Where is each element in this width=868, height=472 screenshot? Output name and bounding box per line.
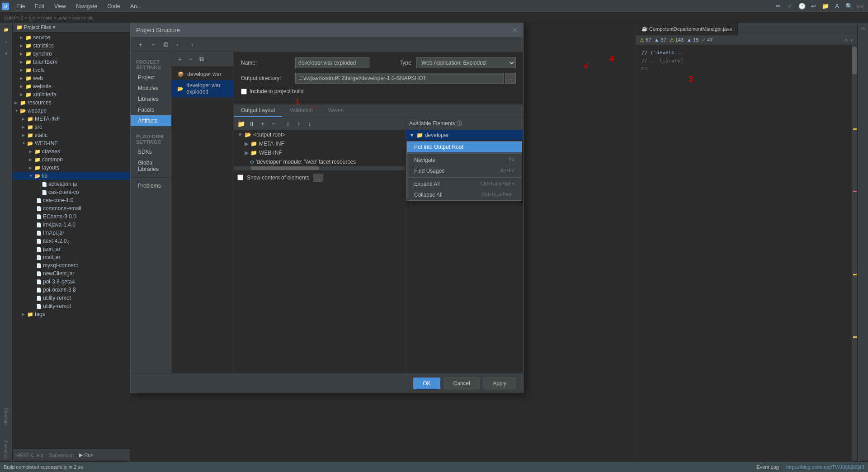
toolbar-edit-icon[interactable]: ✏ <box>774 2 783 11</box>
toolbar-search-icon[interactable]: 🔍 <box>844 2 854 11</box>
ctx-item-expand-all[interactable]: Expand All Ctrl+NumPad + <box>407 179 522 189</box>
tree-item-talentserv[interactable]: ▶ 📁 talentServ <box>13 58 130 66</box>
show-content-options-btn[interactable]: ... <box>313 174 323 182</box>
dialog-forward-button[interactable]: → <box>187 40 196 49</box>
tree-item-synchro[interactable]: ▶ 📁 synchro <box>13 50 130 58</box>
toolbar-undo-icon[interactable]: ↩ <box>809 2 818 11</box>
form-input-name[interactable] <box>295 57 369 68</box>
menu-file[interactable]: File <box>12 3 29 9</box>
ctx-item-find-usages[interactable]: Find Usages Alt+F7 <box>407 165 522 176</box>
sidebar-project-btn[interactable]: 📁 <box>1 24 12 35</box>
sidebar-structure-btn[interactable]: ≡ <box>1 36 12 47</box>
output-toolbar-sort[interactable]: ↕ <box>283 119 292 128</box>
toolbar-check-icon[interactable]: ✓ <box>786 2 795 11</box>
tree-item-utility1[interactable]: 📄 utility-remot <box>13 294 130 302</box>
tree-item-imapi[interactable]: 📄 ImApi.jar <box>13 229 130 237</box>
tree-item-commons-email[interactable]: 📄 commons-email <box>13 204 130 212</box>
nav-item-modules[interactable]: Modules <box>131 83 171 94</box>
tree-item-lib[interactable]: ▼ 📂 lib <box>13 172 130 180</box>
tree-item-newclient[interactable]: 📄 newClient.jar <box>13 269 130 278</box>
menu-view[interactable]: View <box>50 3 71 9</box>
tree-item-itext[interactable]: 📄 itext-4.2.0.j <box>13 237 130 245</box>
dialog-remove-button[interactable]: － <box>149 40 158 49</box>
tree-item-website[interactable]: ▶ 📁 website <box>13 82 130 90</box>
tree-item-xmlinterfa[interactable]: ▶ 📁 xmlinterfa <box>13 90 130 99</box>
output-tree-facet-resources[interactable]: ⚙ 'developer' module: 'Web' facet resour… <box>234 157 405 166</box>
tree-item-cea[interactable]: 📄 cea-core-1.0. <box>13 196 130 204</box>
tree-item-resources[interactable]: ▶ 📁 resources <box>13 99 130 107</box>
dialog-close-button[interactable]: ✕ <box>512 26 518 34</box>
warnings-up-btn[interactable]: ∧ <box>844 37 848 43</box>
tree-item-statistics[interactable]: ▶ 📁 statistics <box>13 42 130 50</box>
output-tree-root[interactable]: ▼ 📂 <output root> <box>234 130 405 139</box>
tab-maven[interactable]: Maven <box>320 104 351 117</box>
available-item-developer[interactable]: ▼ 📁 developer <box>406 130 523 140</box>
tree-item-cas[interactable]: ▶ 📄 cas-client-co <box>13 188 130 196</box>
tree-item-layouts[interactable]: ▶ 📁 layouts <box>13 164 130 172</box>
tree-item-webapp[interactable]: ▼ 📂 webapp <box>13 107 130 115</box>
dialog-add-button[interactable]: ＋ <box>136 40 145 49</box>
show-content-checkbox[interactable] <box>237 175 243 180</box>
output-toolbar-up[interactable]: ↑ <box>294 119 303 128</box>
output-toolbar-down[interactable]: ↓ <box>305 119 314 128</box>
dialog-apply-button[interactable]: Apply <box>483 378 516 389</box>
tree-item-tags[interactable]: ▶ 📁 tags <box>13 310 130 318</box>
tree-item-mail[interactable]: 📄 mail.jar <box>13 253 130 261</box>
output-toolbar-add[interactable]: ＋ <box>258 119 267 128</box>
artifact-item-war-exploded[interactable]: 📂 developer:war exploded <box>172 80 233 97</box>
tree-item-utility2[interactable]: 📄 utility-remot <box>13 302 130 310</box>
nav-item-problems[interactable]: Problems <box>131 180 171 191</box>
output-tree-web-inf[interactable]: ▶ 📁 WEB-INF <box>234 148 405 157</box>
output-toolbar-remove[interactable]: － <box>269 119 278 128</box>
tree-item-service[interactable]: ▶ 📁 service <box>13 33 130 42</box>
tree-item-mysql[interactable]: 📄 mysql-connect <box>13 261 130 269</box>
artifact-remove-btn[interactable]: － <box>186 55 195 64</box>
tree-item-static[interactable]: ▶ 📁 static <box>13 131 130 139</box>
form-select-type[interactable]: Web Application: Exploded <box>416 57 516 68</box>
output-toolbar-pause[interactable]: ⏸ <box>247 119 256 128</box>
form-browse-btn[interactable]: ... <box>505 73 516 84</box>
tree-item-web[interactable]: ▶ 📁 web <box>13 74 130 82</box>
nav-item-sdks[interactable]: SDKs <box>131 146 171 157</box>
tab-run[interactable]: ▶ Run <box>79 452 93 458</box>
tree-item-src[interactable]: ▶ 📁 src <box>13 123 130 131</box>
dialog-copy-button[interactable]: ⧉ <box>161 40 170 49</box>
structure-label[interactable]: Structure <box>4 406 9 428</box>
ctx-item-navigate[interactable]: Navigate F4 <box>407 155 522 165</box>
tab-rest-client[interactable]: REST Client <box>16 453 43 458</box>
toolbar-translate-icon[interactable]: A <box>833 2 842 11</box>
tree-item-poi-ooxml[interactable]: 📄 poi-ooxml-3.8 <box>13 286 130 294</box>
toolbar-folder-icon[interactable]: 📁 <box>821 2 830 11</box>
editor-tab-active[interactable]: ☕ CompetentDepartementManager.java <box>636 23 738 35</box>
dialog-ok-button[interactable]: OK <box>413 378 440 389</box>
tree-item-json[interactable]: 📄 json.jar <box>13 245 130 253</box>
warnings-down-btn[interactable]: ∨ <box>850 37 854 43</box>
output-tree-scrollbar[interactable] <box>234 166 405 170</box>
ctx-item-collapse-all[interactable]: Collapse All Ctrl+NumPad - <box>407 189 522 200</box>
nav-item-project[interactable]: Project <box>131 72 171 83</box>
editor-scrollbar[interactable] <box>852 45 857 461</box>
form-input-output-dir[interactable] <box>295 73 504 84</box>
artifact-copy-btn[interactable]: ⧉ <box>197 55 206 64</box>
tab-validation[interactable]: Validation <box>282 104 320 117</box>
output-tree-meta-inf[interactable]: ▶ 📁 META-INF <box>234 139 405 148</box>
tree-item-activation[interactable]: ▶ 📄 activation.ja <box>13 180 130 188</box>
nav-item-libraries[interactable]: Libraries <box>131 94 171 104</box>
form-checkbox-include[interactable] <box>241 89 247 94</box>
ctx-item-put-into-output-root[interactable]: Put into Output Root <box>407 142 522 152</box>
nav-item-artifacts[interactable]: Artifacts <box>131 115 171 126</box>
toolbar-clock-icon[interactable]: 🕐 <box>797 2 807 11</box>
tree-item-common[interactable]: ▶ 📁 common <box>13 156 130 164</box>
tree-item-classes[interactable]: ▶ 📁 classes <box>13 147 130 156</box>
tree-item-web-inf[interactable]: ▼ 📂 WEB-INF <box>13 139 130 147</box>
menu-analyze[interactable]: An... <box>126 3 146 9</box>
menu-code[interactable]: Code <box>103 3 125 9</box>
rs-structure-icon[interactable]: S <box>859 24 867 33</box>
favorites-label[interactable]: Favorites <box>4 439 9 461</box>
dialog-cancel-button[interactable]: Cancel <box>444 378 480 389</box>
sidebar-favorites-btn[interactable]: ★ <box>1 48 12 59</box>
tree-item-im4java[interactable]: 📄 im4java-1.4.0 <box>13 221 130 229</box>
tree-item-echarts[interactable]: 📄 ECharts-3.0.0 <box>13 212 130 221</box>
nav-item-global-libraries[interactable]: Global Libraries <box>131 157 171 175</box>
menu-edit[interactable]: Edit <box>30 3 49 9</box>
